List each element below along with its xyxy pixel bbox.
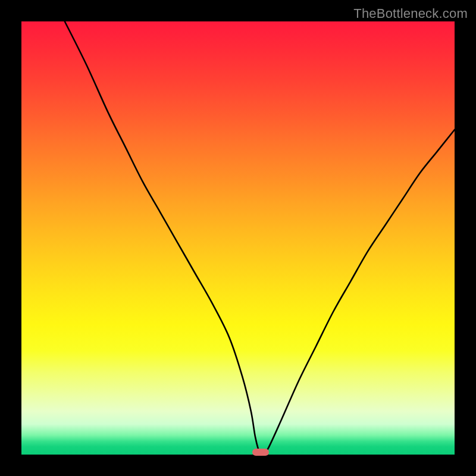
optimal-marker (252, 449, 269, 456)
plot-area (21, 21, 455, 455)
chart-container: TheBottleneck.com (0, 0, 476, 476)
watermark-text: TheBottleneck.com (353, 6, 468, 21)
bottleneck-curve (21, 21, 455, 455)
